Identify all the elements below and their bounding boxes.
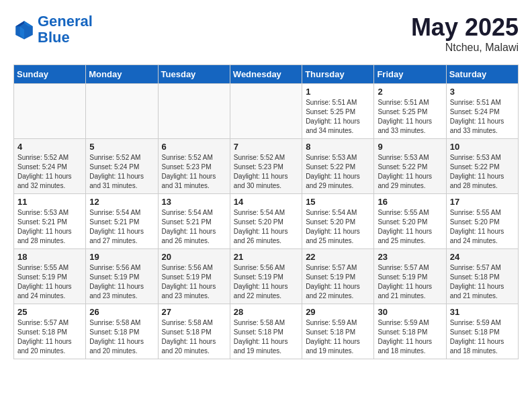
calendar-cell: 25 Sunrise: 5:57 AMSunset: 5:18 PMDaylig… [14,304,86,359]
day-info: Sunrise: 5:57 AMSunset: 5:18 PMDaylight:… [17,318,82,356]
calendar-cell: 4 Sunrise: 5:52 AMSunset: 5:24 PMDayligh… [14,139,86,194]
weekday-header-thursday: Thursday [302,65,374,84]
calendar-cell: 28 Sunrise: 5:58 AMSunset: 5:18 PMDaylig… [230,304,302,359]
weekday-header-wednesday: Wednesday [230,65,302,84]
calendar-cell: 15 Sunrise: 5:54 AMSunset: 5:20 PMDaylig… [302,194,374,249]
day-number: 22 [306,252,370,262]
calendar-cell: 11 Sunrise: 5:53 AMSunset: 5:21 PMDaylig… [14,194,86,249]
day-number: 17 [450,197,515,207]
day-info: Sunrise: 5:53 AMSunset: 5:22 PMDaylight:… [450,153,515,191]
calendar-cell: 3 Sunrise: 5:51 AMSunset: 5:24 PMDayligh… [446,84,518,139]
calendar-cell: 2 Sunrise: 5:51 AMSunset: 5:25 PMDayligh… [374,84,446,139]
day-number: 25 [17,307,82,317]
day-number: 15 [306,197,370,207]
logo-blue: Blue [38,29,70,46]
day-info: Sunrise: 5:54 AMSunset: 5:21 PMDaylight:… [89,208,154,246]
day-number: 13 [162,197,226,207]
calendar-cell: 31 Sunrise: 5:59 AMSunset: 5:18 PMDaylig… [446,304,518,359]
calendar-cell: 21 Sunrise: 5:56 AMSunset: 5:19 PMDaylig… [230,249,302,304]
page-header: General Blue May 2025 Ntcheu, Malawi [13,13,519,54]
day-number: 14 [234,197,298,207]
day-number: 16 [378,197,442,207]
calendar-cell: 22 Sunrise: 5:57 AMSunset: 5:19 PMDaylig… [302,249,374,304]
day-info: Sunrise: 5:57 AMSunset: 5:18 PMDaylight:… [450,263,515,301]
day-number: 18 [17,252,82,262]
calendar-cell: 23 Sunrise: 5:57 AMSunset: 5:19 PMDaylig… [374,249,446,304]
calendar-cell: 9 Sunrise: 5:53 AMSunset: 5:22 PMDayligh… [374,139,446,194]
day-info: Sunrise: 5:57 AMSunset: 5:19 PMDaylight:… [306,263,370,301]
day-number: 26 [89,307,154,317]
day-number: 29 [306,307,370,317]
calendar-cell: 7 Sunrise: 5:52 AMSunset: 5:23 PMDayligh… [230,139,302,194]
calendar-cell: 26 Sunrise: 5:58 AMSunset: 5:18 PMDaylig… [86,304,158,359]
calendar-cell: 27 Sunrise: 5:58 AMSunset: 5:18 PMDaylig… [158,304,230,359]
logo: General Blue [13,13,93,46]
day-number: 28 [234,307,298,317]
day-info: Sunrise: 5:59 AMSunset: 5:18 PMDaylight:… [378,318,442,356]
day-number: 5 [89,142,154,152]
calendar-cell [158,84,230,139]
day-info: Sunrise: 5:51 AMSunset: 5:25 PMDaylight:… [306,98,370,136]
calendar-cell: 14 Sunrise: 5:54 AMSunset: 5:20 PMDaylig… [230,194,302,249]
calendar-cell: 29 Sunrise: 5:59 AMSunset: 5:18 PMDaylig… [302,304,374,359]
week-row-4: 18 Sunrise: 5:55 AMSunset: 5:19 PMDaylig… [14,249,519,304]
day-number: 21 [234,252,298,262]
calendar-cell: 6 Sunrise: 5:52 AMSunset: 5:23 PMDayligh… [158,139,230,194]
day-info: Sunrise: 5:53 AMSunset: 5:22 PMDaylight:… [378,153,442,191]
day-info: Sunrise: 5:55 AMSunset: 5:20 PMDaylight:… [450,208,515,246]
day-number: 19 [89,252,154,262]
calendar-cell [230,84,302,139]
calendar-cell: 1 Sunrise: 5:51 AMSunset: 5:25 PMDayligh… [302,84,374,139]
calendar-table: SundayMondayTuesdayWednesdayThursdayFrid… [13,64,519,359]
logo-general: General [38,13,93,30]
day-number: 27 [162,307,226,317]
calendar-cell: 17 Sunrise: 5:55 AMSunset: 5:20 PMDaylig… [446,194,518,249]
calendar-cell: 24 Sunrise: 5:57 AMSunset: 5:18 PMDaylig… [446,249,518,304]
calendar-cell: 8 Sunrise: 5:53 AMSunset: 5:22 PMDayligh… [302,139,374,194]
title-block: May 2025 Ntcheu, Malawi [411,13,519,54]
day-info: Sunrise: 5:52 AMSunset: 5:23 PMDaylight:… [162,153,226,191]
day-number: 1 [306,87,370,97]
calendar-cell: 30 Sunrise: 5:59 AMSunset: 5:18 PMDaylig… [374,304,446,359]
week-row-1: 1 Sunrise: 5:51 AMSunset: 5:25 PMDayligh… [14,84,519,139]
day-number: 11 [17,197,82,207]
day-info: Sunrise: 5:57 AMSunset: 5:19 PMDaylight:… [378,263,442,301]
day-info: Sunrise: 5:59 AMSunset: 5:18 PMDaylight:… [450,318,515,356]
day-number: 8 [306,142,370,152]
day-number: 2 [378,87,442,97]
day-info: Sunrise: 5:54 AMSunset: 5:20 PMDaylight:… [306,208,370,246]
day-info: Sunrise: 5:54 AMSunset: 5:20 PMDaylight:… [234,208,298,246]
day-number: 31 [450,307,515,317]
weekday-header-sunday: Sunday [14,65,86,84]
day-number: 9 [378,142,442,152]
day-info: Sunrise: 5:56 AMSunset: 5:19 PMDaylight:… [89,263,154,301]
day-info: Sunrise: 5:55 AMSunset: 5:19 PMDaylight:… [17,263,82,301]
calendar-cell [14,84,86,139]
day-info: Sunrise: 5:55 AMSunset: 5:20 PMDaylight:… [378,208,442,246]
week-row-5: 25 Sunrise: 5:57 AMSunset: 5:18 PMDaylig… [14,304,519,359]
day-number: 7 [234,142,298,152]
day-number: 20 [162,252,226,262]
weekday-header-row: SundayMondayTuesdayWednesdayThursdayFrid… [14,65,519,84]
calendar-cell: 20 Sunrise: 5:56 AMSunset: 5:19 PMDaylig… [158,249,230,304]
week-row-2: 4 Sunrise: 5:52 AMSunset: 5:24 PMDayligh… [14,139,519,194]
day-info: Sunrise: 5:52 AMSunset: 5:24 PMDaylight:… [89,153,154,191]
month-title: May 2025 [411,13,519,42]
calendar-cell [86,84,158,139]
day-info: Sunrise: 5:58 AMSunset: 5:18 PMDaylight:… [89,318,154,356]
day-info: Sunrise: 5:53 AMSunset: 5:21 PMDaylight:… [17,208,82,246]
day-number: 24 [450,252,515,262]
day-number: 4 [17,142,82,152]
calendar-cell: 13 Sunrise: 5:54 AMSunset: 5:21 PMDaylig… [158,194,230,249]
calendar-cell: 18 Sunrise: 5:55 AMSunset: 5:19 PMDaylig… [14,249,86,304]
day-info: Sunrise: 5:56 AMSunset: 5:19 PMDaylight:… [234,263,298,301]
calendar-cell: 16 Sunrise: 5:55 AMSunset: 5:20 PMDaylig… [374,194,446,249]
weekday-header-saturday: Saturday [446,65,518,84]
logo-icon [13,19,35,40]
day-info: Sunrise: 5:52 AMSunset: 5:24 PMDaylight:… [17,153,82,191]
day-number: 6 [162,142,226,152]
calendar-cell: 12 Sunrise: 5:54 AMSunset: 5:21 PMDaylig… [86,194,158,249]
day-info: Sunrise: 5:59 AMSunset: 5:18 PMDaylight:… [306,318,370,356]
calendar-cell: 5 Sunrise: 5:52 AMSunset: 5:24 PMDayligh… [86,139,158,194]
day-info: Sunrise: 5:51 AMSunset: 5:25 PMDaylight:… [378,98,442,136]
